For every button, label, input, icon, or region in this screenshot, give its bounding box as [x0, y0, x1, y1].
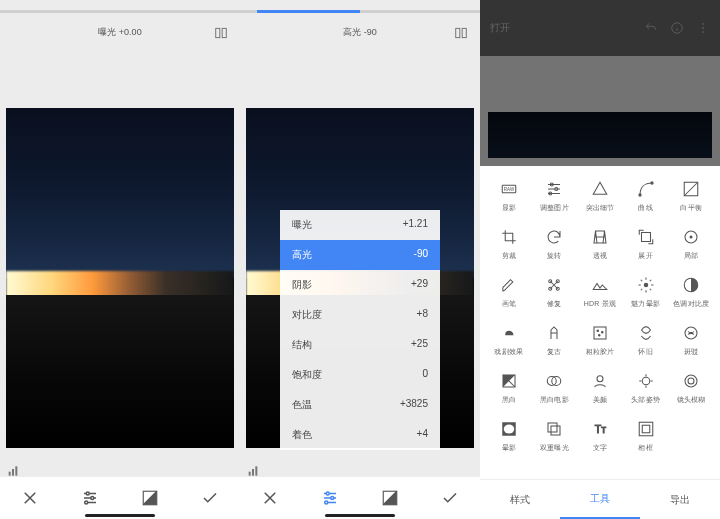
svg-point-28	[650, 182, 652, 184]
noir-icon	[545, 372, 563, 390]
bottom-toolbar	[240, 477, 480, 519]
param-row[interactable]: 阴影+29	[280, 270, 440, 300]
tool-label: 相框	[638, 443, 652, 453]
tab-tools[interactable]: 工具	[560, 480, 640, 519]
tool-drama[interactable]: 戏剧效果	[486, 324, 532, 372]
tool-portrait[interactable]: 美颜	[577, 372, 623, 420]
rotate-icon	[545, 228, 563, 246]
tool-label: 复古	[547, 347, 561, 357]
photo-thumb	[488, 112, 712, 158]
edit-panel-exposure: 曝光 +0.00	[0, 0, 240, 519]
headpose-icon	[637, 372, 655, 390]
curves-icon	[637, 180, 655, 198]
param-row[interactable]: 着色+4	[280, 420, 440, 450]
tool-details[interactable]: 突出细节	[577, 180, 623, 228]
histogram-icon[interactable]	[8, 463, 24, 475]
sliders-icon[interactable]	[81, 489, 99, 507]
tool-glamour[interactable]: 魅力晕影	[623, 276, 669, 324]
tool-healing[interactable]: 修复	[532, 276, 578, 324]
param-row[interactable]: 高光-90	[280, 240, 440, 270]
tool-label: 黑白电影	[540, 395, 569, 405]
svg-rect-30	[641, 233, 650, 242]
tool-wb[interactable]: 白平衡	[668, 180, 714, 228]
svg-rect-2	[9, 472, 11, 476]
tool-label: 文字	[593, 443, 607, 453]
tool-label: HDR 景观	[584, 299, 616, 309]
tool-label: 美颜	[593, 395, 607, 405]
tool-noir[interactable]: 黑白电影	[532, 372, 578, 420]
tool-perspective[interactable]: 透视	[577, 228, 623, 276]
svg-point-6	[91, 497, 94, 500]
photo-preview[interactable]	[6, 108, 234, 448]
tool-grainy[interactable]: 粗粒胶片	[577, 324, 623, 372]
exposure-icon[interactable]	[381, 489, 399, 507]
svg-rect-10	[462, 28, 466, 37]
tool-label: 双重曝光	[540, 443, 569, 453]
tab-export[interactable]: 导出	[640, 480, 720, 519]
param-row[interactable]: 饱和度0	[280, 360, 440, 390]
param-row[interactable]: 对比度+8	[280, 300, 440, 330]
tool-tune[interactable]: 调整图片	[532, 180, 578, 228]
tool-frames[interactable]: 相框	[623, 420, 669, 468]
tool-label: 修复	[547, 299, 561, 309]
tool-hdr[interactable]: HDR 景观	[577, 276, 623, 324]
sliders-icon[interactable]	[321, 489, 339, 507]
param-row[interactable]: 结构+25	[280, 330, 440, 360]
svg-rect-3	[12, 469, 14, 476]
tool-tonal[interactable]: 色调对比度	[668, 276, 714, 324]
tool-expand[interactable]: 展开	[623, 228, 669, 276]
tool-brush[interactable]: 画笔	[486, 276, 532, 324]
tool-bw[interactable]: 黑白	[486, 372, 532, 420]
tool-raw[interactable]: RAW显影	[486, 180, 532, 228]
slider-track[interactable]	[0, 10, 240, 13]
tool-vignette[interactable]: 晕影	[486, 420, 532, 468]
compare-icon[interactable]	[454, 26, 468, 40]
tool-vintage[interactable]: 复古	[532, 324, 578, 372]
tool-lensblur[interactable]: 镜头模糊	[668, 372, 714, 420]
crop-icon	[500, 228, 518, 246]
tool-selective[interactable]: 局部	[668, 228, 714, 276]
tool-grunge[interactable]: 斑驳	[668, 324, 714, 372]
slider-fill	[257, 10, 360, 13]
tool-label: 晕影	[502, 443, 516, 453]
tool-retrolux[interactable]: 怀旧	[623, 324, 669, 372]
svg-rect-13	[255, 466, 257, 475]
dblexp-icon	[545, 420, 563, 438]
svg-point-14	[326, 492, 329, 495]
compare-icon[interactable]	[214, 26, 228, 40]
lensblur-icon	[682, 372, 700, 390]
close-icon[interactable]	[21, 489, 39, 507]
exposure-icon[interactable]	[141, 489, 159, 507]
tool-headpose[interactable]: 头部姿势	[623, 372, 669, 420]
svg-point-40	[597, 330, 599, 332]
parameter-menu[interactable]: 曝光+1.21 高光-90 阴影+29 对比度+8 结构+25 饱和度0 色温+…	[280, 210, 440, 450]
check-icon[interactable]	[441, 489, 459, 507]
tab-styles[interactable]: 样式	[480, 480, 560, 519]
tool-label: 粗粒胶片	[586, 347, 615, 357]
histogram-icon[interactable]	[248, 463, 264, 475]
svg-point-5	[86, 492, 89, 495]
tool-rotate[interactable]: 旋转	[532, 228, 578, 276]
perspective-icon	[591, 228, 609, 246]
check-icon[interactable]	[201, 489, 219, 507]
tool-curves[interactable]: 曲线	[623, 180, 669, 228]
close-icon[interactable]	[261, 489, 279, 507]
svg-point-37	[643, 283, 648, 288]
param-row[interactable]: 曝光+1.21	[280, 210, 440, 240]
slider-area: 高光 -90	[240, 0, 480, 52]
tool-dblexp[interactable]: 双重曝光	[532, 420, 578, 468]
details-icon	[591, 180, 609, 198]
grainy-icon	[591, 324, 609, 342]
tool-label: 曲线	[638, 203, 652, 213]
tool-label: 突出细节	[586, 203, 615, 213]
vignette-icon	[500, 420, 518, 438]
svg-rect-1	[222, 28, 226, 37]
param-row[interactable]: 色温+3825	[280, 390, 440, 420]
svg-text:RAW: RAW	[504, 187, 515, 192]
tool-label: 展开	[638, 251, 652, 261]
tool-crop[interactable]: 剪裁	[486, 228, 532, 276]
selective-icon	[682, 228, 700, 246]
slider-area: 曝光 +0.00	[0, 0, 240, 52]
tool-label: 调整图片	[540, 203, 569, 213]
tool-text[interactable]: Tт文字	[577, 420, 623, 468]
